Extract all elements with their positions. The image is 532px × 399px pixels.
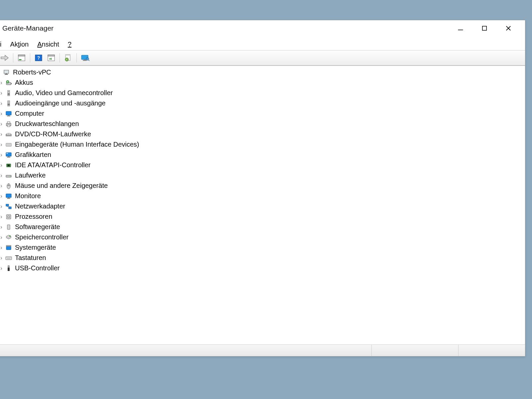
tree-item-label: IDE ATA/ATAPI-Controller bbox=[15, 161, 90, 169]
svg-rect-11 bbox=[51, 58, 52, 60]
tree-item-label: Eingabegeräte (Human Interface Devices) bbox=[15, 141, 139, 148]
chevron-right-icon[interactable]: › bbox=[0, 100, 4, 106]
arrow-right-icon bbox=[0, 54, 9, 62]
tree-item[interactable]: ›Grafikkarten bbox=[0, 150, 525, 160]
tree-item[interactable]: ›Tastaturen bbox=[0, 253, 525, 263]
svg-rect-22 bbox=[5, 74, 8, 75]
chevron-right-icon[interactable]: › bbox=[0, 203, 4, 209]
tree-item-label: Mäuse und andere Zeigegeräte bbox=[15, 182, 108, 190]
svg-rect-16 bbox=[83, 60, 86, 60]
cpu-icon bbox=[5, 213, 12, 220]
tree-root-label: Roberts-vPC bbox=[13, 68, 51, 76]
help-icon: ? bbox=[35, 55, 42, 61]
scan-hardware-icon bbox=[48, 55, 55, 61]
chevron-right-icon[interactable]: › bbox=[0, 245, 4, 251]
tree-item[interactable]: ›USB-Controller bbox=[0, 263, 525, 273]
hid-icon bbox=[5, 141, 12, 148]
menu-action[interactable]: Aktion bbox=[10, 41, 29, 48]
chevron-right-icon[interactable]: › bbox=[0, 224, 4, 230]
update-driver-icon bbox=[65, 54, 72, 62]
tree-item[interactable]: ›Softwaregeräte bbox=[0, 222, 525, 232]
chevron-right-icon[interactable]: › bbox=[0, 265, 4, 271]
tree-item-label: Tastaturen bbox=[15, 254, 46, 262]
tree-item[interactable]: ›Mäuse und andere Zeigegeräte bbox=[0, 181, 525, 191]
tree-item[interactable]: ›DVD/CD-ROM-Laufwerke bbox=[0, 129, 525, 139]
tree-item-label: Netzwerkadapter bbox=[15, 202, 65, 210]
chevron-right-icon[interactable]: › bbox=[0, 80, 4, 86]
maximize-button[interactable] bbox=[472, 20, 496, 36]
device-manager-window: Geräte-Manager ei Aktion Ansicht ? bbox=[0, 20, 525, 356]
computer-icon bbox=[3, 69, 10, 76]
remote-computer-icon bbox=[81, 54, 89, 62]
chevron-right-icon[interactable]: › bbox=[0, 193, 4, 199]
tree-item-label: Audio, Video und Gamecontroller bbox=[15, 89, 113, 97]
printer-icon bbox=[5, 120, 12, 128]
tree-item[interactable]: ›Eingabegeräte (Human Interface Devices) bbox=[0, 139, 525, 150]
statusbar-cell bbox=[458, 345, 525, 356]
chevron-right-icon[interactable]: › bbox=[0, 214, 4, 220]
menu-file[interactable]: ei bbox=[0, 41, 2, 48]
close-button[interactable] bbox=[496, 20, 520, 36]
minimize-button[interactable] bbox=[449, 20, 472, 36]
tree-item[interactable]: ›Akkus bbox=[0, 77, 525, 88]
tree-item[interactable]: ›Systemgeräte bbox=[0, 242, 525, 253]
tree-item[interactable]: ›Monitore bbox=[0, 191, 525, 201]
chevron-right-icon[interactable]: › bbox=[0, 152, 4, 158]
chevron-right-icon[interactable]: › bbox=[0, 131, 4, 137]
tree-item[interactable]: ›IDE ATA/ATAPI-Controller bbox=[0, 160, 525, 170]
toolbar-update-driver-button[interactable] bbox=[62, 52, 74, 64]
tree-item[interactable]: ›Audioeingänge und -ausgänge bbox=[0, 98, 525, 108]
tree-item-label: Systemgeräte bbox=[15, 244, 56, 251]
tree-item-label: Akkus bbox=[15, 79, 33, 86]
tree-item-label: Computer bbox=[15, 110, 44, 117]
desktop-background: Geräte-Manager ei Aktion Ansicht ? bbox=[0, 0, 532, 399]
chevron-right-icon[interactable]: › bbox=[0, 234, 4, 240]
chevron-right-icon[interactable]: › bbox=[0, 162, 4, 168]
chevron-right-icon[interactable]: › bbox=[0, 121, 4, 127]
svg-rect-6 bbox=[19, 59, 21, 60]
svg-rect-21 bbox=[5, 73, 7, 74]
chevron-right-icon[interactable]: › bbox=[0, 90, 4, 96]
chevron-right-icon[interactable]: › bbox=[0, 173, 4, 179]
storage-icon bbox=[5, 234, 12, 241]
monitor-blue-icon bbox=[5, 193, 12, 200]
titlebar: Geräte-Manager bbox=[0, 20, 525, 36]
toolbar-forward-button[interactable] bbox=[0, 52, 11, 64]
chevron-right-icon[interactable]: › bbox=[0, 111, 4, 117]
statusbar bbox=[0, 344, 525, 356]
statusbar-cell bbox=[0, 345, 371, 356]
box-icon bbox=[5, 223, 12, 231]
usb-icon bbox=[5, 265, 12, 272]
toolbar-separator bbox=[13, 53, 13, 63]
chevron-right-icon[interactable]: › bbox=[0, 183, 4, 189]
device-tree[interactable]: › Roberts-vPC ›Akkus›Audio, Video und Ga… bbox=[0, 66, 525, 330]
window-title: Geräte-Manager bbox=[2, 24, 54, 32]
toolbar-help-button[interactable]: ? bbox=[32, 52, 45, 64]
menu-help[interactable]: ? bbox=[68, 41, 71, 48]
drive-icon bbox=[5, 172, 12, 179]
keyboard-icon bbox=[5, 254, 12, 262]
toolbar-separator bbox=[30, 53, 30, 63]
chevron-right-icon[interactable]: › bbox=[0, 255, 4, 261]
svg-text:?: ? bbox=[37, 55, 40, 61]
toolbar-remote-button[interactable] bbox=[79, 52, 91, 64]
battery-icon bbox=[5, 79, 12, 86]
tree-item[interactable]: ›Speichercontroller bbox=[0, 232, 525, 242]
panel-icon bbox=[18, 55, 25, 61]
svg-rect-20 bbox=[4, 70, 9, 73]
chevron-right-icon[interactable]: › bbox=[0, 142, 4, 148]
tree-item[interactable]: ›Druckwarteschlangen bbox=[0, 119, 525, 129]
tree-item[interactable]: ›Audio, Video und Gamecontroller bbox=[0, 88, 525, 98]
tree-item-label: Grafikkarten bbox=[15, 151, 51, 159]
tree-item[interactable]: ›Netzwerkadapter bbox=[0, 201, 525, 211]
tree-item[interactable]: ›Computer bbox=[0, 108, 525, 119]
toolbar-showhide-button[interactable] bbox=[15, 52, 28, 64]
toolbar-scan-button[interactable] bbox=[45, 52, 58, 64]
tree-item-label: USB-Controller bbox=[15, 264, 60, 272]
window-buttons bbox=[449, 20, 520, 36]
tree-root[interactable]: › Roberts-vPC bbox=[0, 67, 525, 77]
tree-item[interactable]: ›Prozessoren bbox=[0, 211, 525, 222]
tree-item-label: DVD/CD-ROM-Laufwerke bbox=[15, 130, 91, 138]
tree-item[interactable]: ›Laufwerke bbox=[0, 170, 525, 181]
menu-view[interactable]: Ansicht bbox=[37, 41, 59, 48]
